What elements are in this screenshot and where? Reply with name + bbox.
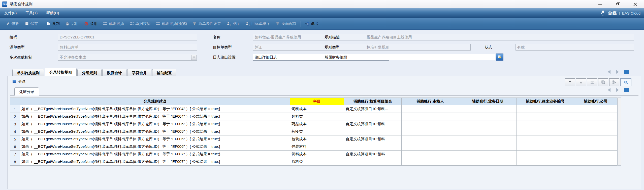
- aux-auditor-cell[interactable]: [402, 113, 459, 120]
- rule-type-field[interactable]: 标准引擎规则: [365, 44, 471, 51]
- aux-combo-cell[interactable]: [344, 128, 402, 135]
- close-button[interactable]: [630, 0, 640, 8]
- vertical-scrollbar[interactable]: [618, 98, 621, 166]
- name-field[interactable]: 领料凭证-蛋品生产养殖使用: [253, 34, 383, 40]
- table-row[interactable]: 3 如果（ __BOTgetWareHouseSetTypeNum(领料出库单.…: [10, 120, 618, 128]
- aux-number-cell[interactable]: [517, 151, 574, 158]
- aux-combo-cell[interactable]: 自定义核算项目10:领料...: [344, 135, 402, 143]
- aux-number-cell[interactable]: [517, 113, 574, 120]
- subject-cell[interactable]: 饲料成本: [290, 151, 344, 158]
- aux-company-cell[interactable]: [574, 105, 618, 113]
- copy-button[interactable]: 复制: [44, 20, 62, 28]
- aux-company-cell[interactable]: [574, 143, 618, 151]
- aux-company-cell[interactable]: [574, 158, 618, 166]
- scroll-left-icon[interactable]: [608, 88, 610, 92]
- rule-filter-cell[interactable]: 如果（ __BOTgetWareHouseSetTypeNum(领料出库单.领料…: [20, 151, 290, 158]
- aux-number-cell[interactable]: [517, 143, 574, 151]
- col-aux-auditor[interactable]: 辅助账行.审核人: [402, 98, 459, 105]
- aux-company-cell[interactable]: [574, 120, 618, 128]
- tab-char-merge[interactable]: 字符合并: [127, 69, 151, 76]
- aux-combo-cell[interactable]: 自定义核算项目10:领料...: [344, 151, 402, 158]
- subject-cell[interactable]: 包装材料: [290, 143, 344, 151]
- aux-date-cell[interactable]: [459, 135, 517, 143]
- rule-filter-cell[interactable]: 如果（ __BOTgetWareHouseSetTypeNum(领料出库单.领料…: [20, 143, 290, 151]
- fin-org-lookup-button[interactable]: [496, 54, 503, 61]
- aux-auditor-cell[interactable]: [402, 120, 459, 128]
- scroll-right-icon[interactable]: [616, 70, 619, 74]
- menu-help[interactable]: 帮助(H): [42, 8, 63, 18]
- fin-org-field[interactable]: [365, 54, 495, 60]
- aux-number-cell[interactable]: [517, 158, 574, 166]
- aux-date-cell[interactable]: [459, 143, 517, 151]
- restore-button[interactable]: [612, 0, 622, 8]
- rule-filter-preview-button[interactable]: 规则过滤(预览): [153, 20, 190, 28]
- rule-filter-button[interactable]: 规则过滤: [100, 20, 127, 28]
- aux-date-cell[interactable]: [459, 105, 517, 113]
- aux-combo-cell[interactable]: [344, 158, 402, 166]
- col-subject[interactable]: 科目: [290, 98, 344, 105]
- table-row[interactable]: 6 如果（ __BOTgetWareHouseSetTypeNum(领料出库单.…: [10, 143, 618, 151]
- row-up-button[interactable]: [565, 78, 575, 86]
- table-row[interactable]: 4 如果（ __BOTgetWareHouseSetTypeNum(领料出库单.…: [10, 128, 618, 135]
- aux-company-cell[interactable]: [574, 135, 618, 143]
- tab-group-rule[interactable]: 分组规则: [77, 69, 102, 76]
- aux-company-cell[interactable]: [574, 151, 618, 158]
- table-row[interactable]: 1 如果（ __BOTgetWareHouseSetTypeNum(领料出库单.…: [10, 105, 618, 113]
- aux-date-cell[interactable]: [459, 120, 517, 128]
- sort-button[interactable]: 排序: [224, 20, 243, 28]
- table-row[interactable]: 7 如果（ __BOTgetWareHouseSetTypeNum(领料出库单.…: [10, 151, 618, 158]
- col-entry-rule-filter[interactable]: 分录规则过滤: [20, 98, 290, 105]
- subject-cell[interactable]: 包装成本: [290, 135, 344, 143]
- tab-aux-config[interactable]: 辅助配置: [152, 69, 176, 76]
- search-row-button[interactable]: [620, 78, 631, 86]
- chevron-down-icon[interactable]: [191, 55, 197, 60]
- aux-number-cell[interactable]: [517, 135, 574, 143]
- subject-cell[interactable]: 原料类: [290, 158, 344, 166]
- paste-structure-button[interactable]: [609, 78, 619, 86]
- enable-button[interactable]: 启用: [62, 20, 81, 28]
- aux-combo-cell[interactable]: 自定义核算项目10:领料...: [344, 105, 402, 113]
- code-field[interactable]: DPSCYZLL-QY0001: [58, 34, 197, 40]
- menu-file[interactable]: 文件(F): [0, 8, 21, 18]
- minimize-button[interactable]: [595, 0, 605, 8]
- aux-date-cell[interactable]: [459, 158, 517, 166]
- subject-cell[interactable]: 药品成本: [290, 120, 344, 128]
- aux-number-cell[interactable]: [517, 120, 574, 128]
- subject-cell[interactable]: 饲料类: [290, 113, 344, 120]
- aux-auditor-cell[interactable]: [402, 105, 459, 113]
- multi-gen-combobox[interactable]: 不允许多次生成: [58, 54, 197, 61]
- col-aux-biz-number[interactable]: 辅助账行.往来业务编号: [517, 98, 574, 105]
- subtab-voucher-entry[interactable]: 凭证分录: [14, 87, 39, 96]
- table-row[interactable]: 2 如果（ __BOTgetWareHouseSetTypeNum(领料出库单.…: [10, 113, 618, 120]
- insert-row-button[interactable]: [587, 78, 597, 86]
- aux-date-cell[interactable]: [459, 128, 517, 135]
- tab-numeric-total[interactable]: 数值合计: [102, 69, 126, 76]
- col-aux-company[interactable]: 辅助账行.公司: [574, 98, 618, 105]
- rule-filter-cell[interactable]: 如果（ __BOTgetWareHouseSetTypeNum(领料出库单.领料…: [20, 128, 290, 135]
- modify-button[interactable]: 修改: [3, 20, 22, 28]
- aux-company-cell[interactable]: [574, 113, 618, 120]
- save-button[interactable]: 保存: [22, 20, 41, 28]
- aux-auditor-cell[interactable]: [402, 151, 459, 158]
- rule-filter-cell[interactable]: 如果（ __BOTgetWareHouseSetTypeNum(领料出库单.领料…: [20, 135, 290, 143]
- row-down-button[interactable]: [576, 78, 586, 86]
- rule-filter-cell[interactable]: 如果（ __BOTgetWareHouseSetTypeNum(领料出库单.领料…: [20, 113, 290, 120]
- menu-tools[interactable]: 工具(T): [21, 8, 42, 18]
- scroll-left-icon[interactable]: [608, 70, 610, 74]
- tab-list-icon[interactable]: [624, 88, 629, 92]
- status-field[interactable]: 有效: [516, 44, 634, 51]
- aux-combo-cell[interactable]: 自定义核算项目10:领料...: [344, 120, 402, 128]
- aux-number-cell[interactable]: [517, 105, 574, 113]
- col-aux-item-combo[interactable]: 辅助账行.核算项目组合: [344, 98, 402, 105]
- table-row[interactable]: 5 如果（ __BOTgetWareHouseSetTypeNum(领料出库单.…: [10, 135, 618, 143]
- aux-auditor-cell[interactable]: [402, 128, 459, 135]
- col-aux-biz-date[interactable]: 辅助账行.业务日期: [459, 98, 517, 105]
- rule-filter-cell[interactable]: 如果（ __BOTgetWareHouseSetTypeNum(领料出库单.领料…: [20, 105, 290, 113]
- subject-cell[interactable]: 药疫类: [290, 128, 344, 135]
- tab-entry-convert-rule[interactable]: 分录转换规则: [45, 68, 77, 76]
- disable-button[interactable]: 禁用: [81, 20, 100, 28]
- aux-company-cell[interactable]: [574, 128, 618, 135]
- aux-auditor-cell[interactable]: [402, 135, 459, 143]
- source-type-field[interactable]: 领料出库单: [58, 44, 197, 51]
- copy-row-button[interactable]: [598, 78, 608, 86]
